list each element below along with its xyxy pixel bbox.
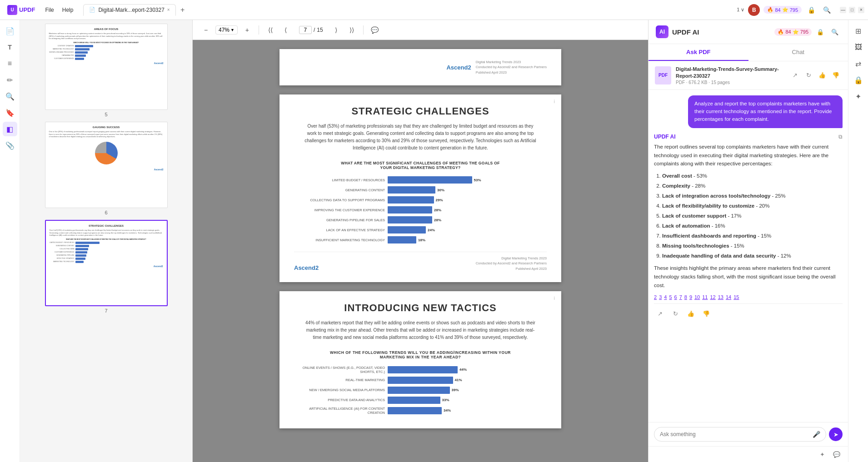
thumb-6-num: 6 (105, 210, 107, 215)
page-link-2[interactable]: 2 (654, 294, 657, 300)
ai-thumbup-icon[interactable]: 👍 (816, 70, 828, 81)
nav-prev-button[interactable]: ⟨ (280, 24, 292, 36)
sidebar-bookmark-icon[interactable]: 🔖 (3, 105, 17, 120)
page-link-10[interactable]: 10 (694, 294, 700, 300)
bar-chart-challenges: LIMITED BUDGET / RESOURCES 53% GENERATIN… (294, 176, 547, 243)
page-corner-note-8[interactable]: i (554, 296, 555, 301)
page-link-11[interactable]: 11 (702, 294, 708, 300)
ai-send-button[interactable]: ➤ (829, 427, 843, 441)
page-links: 2 3 4 5 6 7 8 9 10 11 12 13 14 15 (654, 294, 843, 300)
ai-copy-button[interactable]: ⧉ (838, 134, 843, 140)
menu-file[interactable]: File (41, 5, 57, 15)
page-input[interactable] (299, 26, 312, 34)
right-sidebar-table-icon[interactable]: ⊞ (851, 24, 866, 38)
ai-external-link-icon[interactable]: ↗ (789, 70, 801, 81)
right-sidebar-convert-icon[interactable]: ⇄ (851, 56, 866, 71)
page-link-7[interactable]: 7 (679, 294, 682, 300)
ai-voice-icon[interactable]: 🎤 (813, 431, 820, 438)
minimize-button[interactable]: — (840, 7, 846, 13)
ai-counter-left: 84 (785, 29, 791, 35)
nav-last-button[interactable]: ⟩⟩ (346, 24, 358, 36)
tab-close-button[interactable]: × (167, 7, 170, 12)
ai-bottom-icon-2[interactable]: 💬 (831, 448, 843, 460)
lock-icon[interactable]: 🔒 (805, 4, 817, 16)
right-sidebar-stamp-icon[interactable]: ✦ (851, 89, 866, 104)
ai-response-thumbdown[interactable]: 👎 (700, 308, 712, 319)
sidebar-edit-icon[interactable]: ✏ (3, 73, 17, 87)
sidebar-text-icon[interactable]: T (3, 40, 17, 55)
page-link-14[interactable]: 14 (726, 294, 731, 300)
page-link-15[interactable]: 15 (733, 294, 739, 300)
ai-lock-icon[interactable]: 🔒 (814, 26, 826, 38)
page-corner-note-7[interactable]: i (554, 99, 555, 104)
ai-sender-name: UPDF AI (654, 134, 676, 140)
thumb-5-num: 5 (105, 112, 107, 117)
right-sidebar-security-icon[interactable]: 🔒 (851, 73, 866, 87)
tactics-bar-row-5: ARTIFICIAL INTELLIGENCE (AI) FOR CONTENT… (294, 407, 547, 415)
app-icon: U (7, 5, 17, 15)
counter-badge: 🔥 84 ⭐ 795 (763, 6, 802, 14)
thumbnail-page-6[interactable]: GAUGING SUCCESS One in five (20%) of mar… (25, 122, 187, 215)
ai-thumbdown-icon[interactable]: 👎 (830, 70, 842, 81)
thumb-7-num: 7 (105, 308, 107, 313)
tab-chat[interactable]: Chat (748, 44, 848, 61)
page-link-3[interactable]: 3 (659, 294, 662, 300)
thumbnail-page-5[interactable]: AREAS OF FOCUS Marketers will have a str… (25, 24, 187, 117)
ai-list-item-4: Lack of flexibility/ability to customize… (662, 202, 843, 210)
zoom-in-button[interactable]: + (241, 24, 253, 36)
sidebar-search-icon[interactable]: 🔍 (3, 89, 17, 104)
page-link-12[interactable]: 12 (710, 294, 716, 300)
bar-label-5: GENERATING PIPELINE FOR SALES (294, 218, 385, 222)
slide-intro-challenges: Over half (53%) of marketing professiona… (302, 123, 539, 152)
page-link-6[interactable]: 6 (674, 294, 677, 300)
maximize-button[interactable]: □ (849, 7, 855, 13)
tab-add-button[interactable]: + (178, 5, 188, 15)
page-link-4[interactable]: 4 (664, 294, 667, 300)
ai-item-3-detail: - 25% (770, 193, 785, 199)
tab-pdf[interactable]: 📄 Digital-Mark...eport-230327 × (83, 4, 175, 16)
close-button[interactable]: × (858, 7, 864, 13)
thumbnail-page-7[interactable]: STRATEGIC CHALLENGES Over half (53%) of … (25, 220, 187, 313)
ai-refresh-icon[interactable]: ↻ (803, 70, 814, 81)
ai-file-pages: 15 pages (711, 80, 730, 85)
tab-bar: 📄 Digital-Mark...eport-230327 × + (83, 4, 734, 16)
bar-row-3: COLLECTING DATA TO SUPPORT PROGRAMS 29% (294, 196, 547, 204)
ai-search-input[interactable] (660, 431, 813, 437)
pdf-logo-text: Ascend2 (446, 64, 471, 71)
sidebar-attachment-icon[interactable]: 📎 (3, 138, 17, 153)
user-avatar[interactable]: B (748, 4, 760, 16)
tactics-bar-label-2: REAL-TIME MARKETING (294, 378, 385, 382)
ai-search-icon[interactable]: 🔍 (829, 26, 841, 38)
ai-response-intro: The report outlines several top complain… (654, 143, 843, 169)
zoom-control[interactable]: 47% ▼ (215, 25, 238, 35)
ai-bottom-icon-1[interactable]: ✦ (816, 448, 828, 460)
tab-ask-pdf[interactable]: Ask PDF (649, 44, 748, 61)
ai-item-8-bold: Missing tools/technologies (662, 243, 729, 248)
tactics-bar-row-1: ONLINE EVENTS / SHOWS (E.G., PODCAST, VI… (294, 366, 547, 374)
right-sidebar-image-icon[interactable]: 🖼 (851, 40, 866, 55)
menu-help[interactable]: Help (59, 5, 77, 15)
pdf-scroll-area[interactable]: Ascend2 Digital Marketing Trends 2023Con… (193, 40, 648, 462)
page-link-8[interactable]: 8 (684, 294, 687, 300)
nav-next-button[interactable]: ⟩ (330, 24, 342, 36)
page-link-9[interactable]: 9 (689, 294, 692, 300)
ai-response-external-link[interactable]: ↗ (654, 308, 666, 319)
search-top-icon[interactable]: 🔍 (821, 4, 833, 16)
tactics-bar-outer-3: 39% (388, 387, 547, 394)
page-link-5[interactable]: 5 (669, 294, 672, 300)
counter-left: 🔥 (767, 7, 773, 13)
ai-list-item-8: Missing tools/technologies - 15% (662, 242, 843, 250)
tactics-bar-outer-4: 33% (388, 397, 547, 404)
comment-button[interactable]: 💬 (369, 24, 381, 36)
user-message: Analyze and report the top complaints ma… (688, 95, 843, 128)
sidebar-layers-icon[interactable]: ◧ (3, 122, 17, 136)
page-link-13[interactable]: 13 (718, 294, 723, 300)
zoom-out-button[interactable]: − (200, 24, 212, 36)
sidebar-document-icon[interactable]: 📄 (3, 24, 17, 38)
sidebar-list-icon[interactable]: ≡ (3, 56, 17, 71)
ai-header-actions: 🔥 84 ⭐ 795 🔒 🔍 (774, 26, 841, 38)
ai-response-refresh[interactable]: ↻ (669, 308, 681, 319)
nav-first-button[interactable]: ⟨⟨ (264, 24, 276, 36)
ai-item-7-detail: - 15% (756, 233, 771, 238)
ai-response-thumbup[interactable]: 👍 (685, 308, 697, 319)
